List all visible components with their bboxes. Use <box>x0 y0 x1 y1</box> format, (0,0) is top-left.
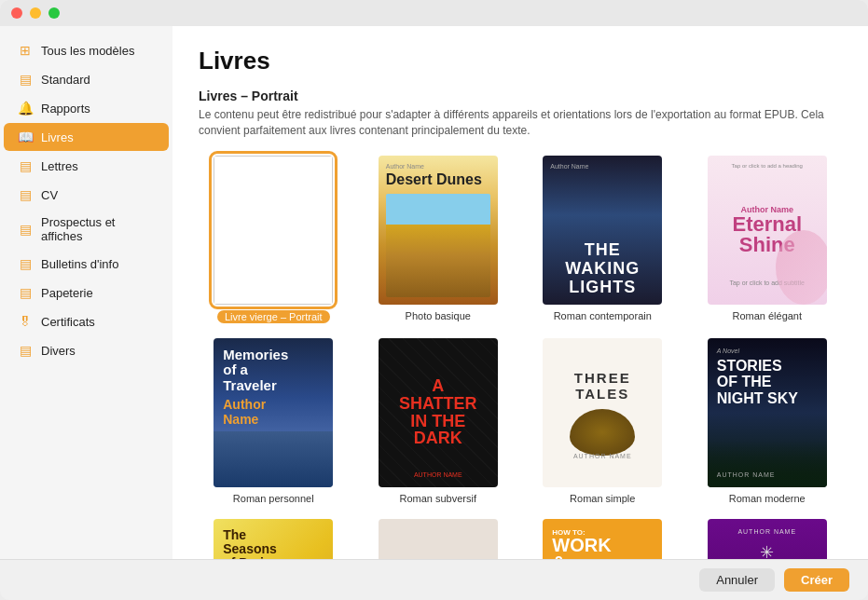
template-cover-roman-subv: ASHATTERIN THEDARK AUTHOR NAME <box>379 338 498 487</box>
sidebar-item-rapports[interactable]: 🔔 Rapports <box>4 94 169 122</box>
cover-rc-title: THEWAKINGLIGHTS <box>565 241 640 296</box>
sidebar-label-standard: Standard <box>41 73 90 87</box>
cover-rp-title: Memoriesof aTraveler <box>223 348 324 394</box>
template-blank[interactable]: Livre vierge – Portrait <box>199 156 349 323</box>
template-roman-elegant[interactable]: Tap or click to add a heading Author Nam… <box>693 156 843 323</box>
prospectus-icon: ▤ <box>17 221 34 238</box>
template-puzzle[interactable]: Puzzles <box>364 519 514 559</box>
rapports-icon: 🔔 <box>17 100 34 116</box>
sidebar-label-prospectus: Prospectus et affiches <box>41 215 156 243</box>
template-roman-contemp[interactable]: Author Name THEWAKINGLIGHTS Roman contem… <box>528 156 678 323</box>
sidebar-item-papeterie[interactable]: ▤ Papeterie <box>4 279 169 307</box>
template-label-roman-elegant: Roman élégant <box>732 310 802 321</box>
sidebar-item-divers[interactable]: ▤ Divers <box>4 336 169 364</box>
template-cover-puzzle <box>379 519 498 559</box>
template-seasons[interactable]: TheSeasonsof Paris Saisons de Paris <box>199 519 349 559</box>
sidebar-item-lettres[interactable]: ▤ Lettres <box>4 152 169 180</box>
title-bar <box>0 0 868 26</box>
template-roman-perso[interactable]: Memoriesof aTraveler AuthorName Roman pe… <box>199 338 349 504</box>
template-cover-seasons: TheSeasonsof Paris <box>214 519 333 559</box>
maximize-button[interactable] <box>48 7 60 19</box>
cover-chem-icon: ✳ <box>760 542 774 559</box>
certificats-icon: 🎖 <box>17 313 34 330</box>
standard-icon: ▤ <box>17 71 34 88</box>
template-label-photo-basique: Photo basique <box>406 310 471 321</box>
cover-rm-novel: A Novel <box>717 348 818 354</box>
cv-icon: ▤ <box>17 186 34 203</box>
template-cover-roman-elegant: Tap or click to add a heading Author Nam… <box>708 156 827 305</box>
template-cover-roman-modern: A Novel STORIESOF THENIGHT SKY AUTHOR NA… <box>708 338 827 487</box>
sidebar: ⊞ Tous les modèles ▤ Standard 🔔 Rapports… <box>0 26 172 559</box>
template-label-roman-subv: Roman subversif <box>399 493 476 504</box>
sidebar-label-rapports: Rapports <box>41 102 90 116</box>
template-label-blank: Livre vierge – Portrait <box>217 310 330 323</box>
sidebar-item-tous[interactable]: ⊞ Tous les modèles <box>4 36 169 64</box>
template-cover-roman-perso: Memoriesof aTraveler AuthorName <box>214 338 333 487</box>
template-cover-photo-basique: Author Name Desert Dunes <box>379 156 498 305</box>
template-cover-roman-contemp: Author Name THEWAKINGLIGHTS <box>543 156 662 305</box>
sidebar-label-certificats: Certificats <box>41 315 95 329</box>
sidebar-item-bulletins[interactable]: ▤ Bulletins d'info <box>4 250 169 278</box>
bulletins-icon: ▤ <box>17 255 34 272</box>
cover-rs2-author: AUTHOR NAME <box>573 453 632 459</box>
cover-sp-title: TheSeasonsof Paris <box>223 528 324 559</box>
minimize-button[interactable] <box>30 7 41 19</box>
template-label-roman-contemp: Roman contemporain <box>554 310 652 321</box>
cover-rm-trees <box>708 441 827 487</box>
cover-pb-desert-img <box>386 194 490 297</box>
template-work-travel[interactable]: HOW TO: WORK&TRAVEL Travail et voyage <box>528 519 678 559</box>
close-button[interactable] <box>11 7 22 19</box>
template-cover-work-travel: HOW TO: WORK&TRAVEL <box>543 519 662 559</box>
sidebar-item-prospectus[interactable]: ▤ Prospectus et affiches <box>4 210 169 249</box>
cover-pb-author: Author Name <box>386 163 490 170</box>
page-title: Livres <box>199 47 842 75</box>
cover-pb-title: Desert Dunes <box>386 171 490 188</box>
cover-re-decoration <box>776 230 827 305</box>
template-photo-basique[interactable]: Author Name Desert Dunes Photo basique <box>364 156 514 323</box>
template-label-roman-perso: Roman personnel <box>233 493 314 504</box>
grid-icon: ⊞ <box>17 42 34 59</box>
cover-rs-author: AUTHOR NAME <box>414 471 462 478</box>
sidebar-item-certificats[interactable]: 🎖 Certificats <box>4 307 169 335</box>
template-cover-blank <box>214 156 333 305</box>
cover-chem-author: AUTHOR NAME <box>737 528 796 535</box>
section-title: Livres – Portrait <box>199 89 842 103</box>
sidebar-item-standard[interactable]: ▤ Standard <box>4 65 169 93</box>
template-label-roman-modern: Roman moderne <box>729 493 806 504</box>
sidebar-item-cv[interactable]: ▤ CV <box>4 181 169 209</box>
cover-wt-title: WORK&TRAVEL <box>552 537 653 559</box>
sidebar-label-tous: Tous les modèles <box>41 44 134 58</box>
content-area: Livres Livres – Portrait Le contenu peut… <box>172 26 868 559</box>
template-chemistry[interactable]: AUTHOR NAME ✳ APPLIEDCHEMISTRY FIRST EDI… <box>693 519 843 559</box>
sidebar-label-livres: Livres <box>41 130 74 144</box>
divers-icon: ▤ <box>17 342 34 359</box>
cancel-button[interactable]: Annuler <box>699 568 775 592</box>
sidebar-label-bulletins: Bulletins d'info <box>41 257 118 271</box>
cover-rs2-title: THREE TALES <box>550 370 654 402</box>
sidebar-label-papeterie: Papeterie <box>41 286 93 300</box>
sidebar-item-livres[interactable]: 📖 Livres <box>4 123 169 151</box>
create-button[interactable]: Créer <box>784 568 849 592</box>
template-cover-roman-simple: THREE TALES AUTHOR NAME <box>543 338 662 487</box>
cover-re-tap: Tap or click to add a heading <box>708 163 827 169</box>
sidebar-label-lettres: Lettres <box>41 159 78 173</box>
cover-rm-author: AUTHOR NAME <box>717 471 776 478</box>
sidebar-label-divers: Divers <box>41 344 76 358</box>
lettres-icon: ▤ <box>17 157 34 174</box>
bottom-bar: Annuler Créer <box>0 559 868 600</box>
template-cover-chemistry: AUTHOR NAME ✳ APPLIEDCHEMISTRY FIRST EDI… <box>708 519 827 559</box>
papeterie-icon: ▤ <box>17 284 34 301</box>
cover-rm-title: STORIESOF THENIGHT SKY <box>717 358 818 407</box>
template-grid: Livre vierge – Portrait Author Name Dese… <box>199 156 842 559</box>
cover-rs-title: ASHATTERIN THEDARK <box>399 377 477 448</box>
cover-rp-subtitle: AuthorName <box>223 397 324 427</box>
section-description: Le contenu peut être redistribué pour s'… <box>199 107 842 139</box>
template-roman-subv[interactable]: ASHATTERIN THEDARK AUTHOR NAME Roman sub… <box>364 338 514 504</box>
main-layout: ⊞ Tous les modèles ▤ Standard 🔔 Rapports… <box>0 26 868 559</box>
cover-rp-mountain <box>214 431 333 487</box>
livres-icon: 📖 <box>17 129 34 145</box>
template-label-roman-simple: Roman simple <box>570 493 635 504</box>
template-roman-modern[interactable]: A Novel STORIESOF THENIGHT SKY AUTHOR NA… <box>693 338 843 504</box>
template-roman-simple[interactable]: THREE TALES AUTHOR NAME Roman simple <box>528 338 678 504</box>
cover-rc-author: Author Name <box>550 163 588 170</box>
